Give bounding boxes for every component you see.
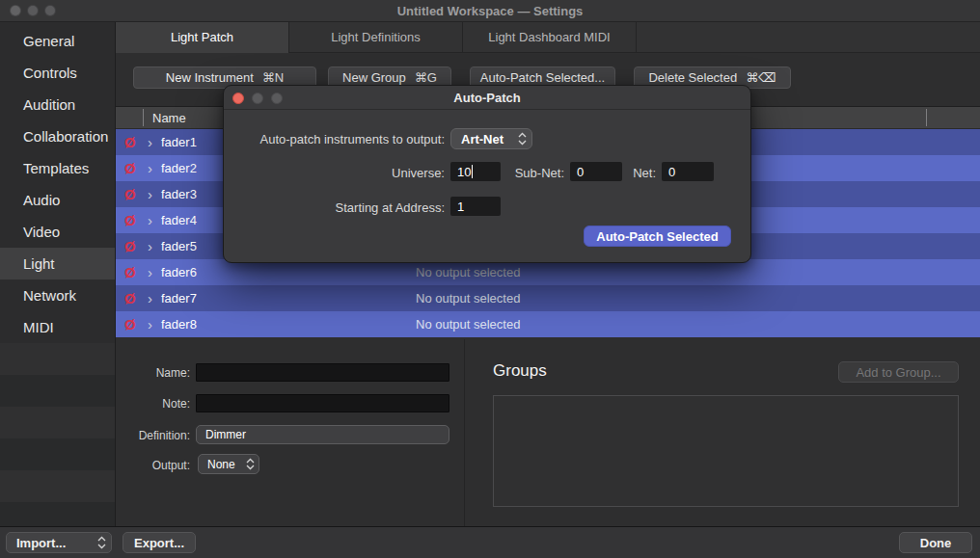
instrument-output: No output selected xyxy=(416,259,520,285)
new-instrument-label: New Instrument xyxy=(166,70,254,85)
definition-combobox[interactable]: Dimmer xyxy=(196,425,449,444)
sidebar-item-video[interactable]: Video xyxy=(0,216,115,248)
export-button[interactable]: Export... xyxy=(122,532,196,553)
output-popup[interactable]: None xyxy=(198,454,259,474)
sidebar-item-templates[interactable]: Templates xyxy=(0,152,115,184)
disclosure-chevron-icon[interactable]: › xyxy=(148,259,152,285)
stepper-icon xyxy=(97,536,106,549)
delete-selected-shortcut: ⌘⌫ xyxy=(746,70,776,85)
starting-address-label: Starting at Address: xyxy=(282,200,445,215)
sidebar-empty-row xyxy=(0,375,115,407)
instrument-name: fader2 xyxy=(161,155,197,181)
no-output-icon: Ø xyxy=(124,181,136,207)
sidebar-item-midi[interactable]: MIDI xyxy=(0,311,115,343)
column-divider xyxy=(143,109,144,126)
no-output-icon: Ø xyxy=(124,311,136,337)
import-popup-button[interactable]: Import... xyxy=(6,532,112,553)
sidebar-empty-row xyxy=(0,470,115,502)
sidebar-item-collaboration[interactable]: Collaboration xyxy=(0,120,115,152)
subnet-label: Sub-Net: xyxy=(484,166,564,180)
sidebar-item-general[interactable]: General xyxy=(0,25,115,57)
tab-light-patch[interactable]: Light Patch xyxy=(116,22,289,53)
dialog-title-bar: Auto-Patch xyxy=(224,86,750,110)
settings-sidebar: General Controls Audition Collaboration … xyxy=(0,22,116,526)
disclosure-chevron-icon[interactable]: › xyxy=(148,129,152,155)
delete-selected-label: Delete Selected xyxy=(648,70,737,85)
no-output-icon: Ø xyxy=(124,129,136,155)
universe-label: Universe: xyxy=(320,166,445,180)
note-field[interactable] xyxy=(196,394,449,412)
instrument-name: fader4 xyxy=(161,207,197,233)
name-column-header[interactable]: Name xyxy=(152,107,186,130)
instrument-output: No output selected xyxy=(416,311,520,337)
tab-light-definitions[interactable]: Light Definitions xyxy=(289,22,463,53)
dialog-title: Auto-Patch xyxy=(224,86,750,110)
patch-output-popup[interactable]: Art-Net xyxy=(450,128,532,149)
name-field-label: Name: xyxy=(125,366,190,380)
stepper-icon xyxy=(246,458,255,470)
groups-list[interactable] xyxy=(493,395,959,507)
sidebar-item-audio[interactable]: Audio xyxy=(0,184,115,216)
add-to-group-button[interactable]: Add to Group... xyxy=(838,361,959,383)
instrument-name: fader8 xyxy=(161,311,197,337)
sidebar-empty-row xyxy=(0,343,115,375)
new-instrument-shortcut: ⌘N xyxy=(262,70,284,85)
instrument-row[interactable]: Ø › fader7 No output selected xyxy=(116,285,980,311)
disclosure-chevron-icon[interactable]: › xyxy=(148,155,152,181)
light-settings-tabbar: Light Patch Light Definitions Light Dash… xyxy=(116,22,980,53)
tab-light-dashboard-midi[interactable]: Light Dashboard MIDI xyxy=(463,22,637,53)
auto-patch-dialog: Auto-Patch Auto-patch instruments to out… xyxy=(223,85,751,263)
no-output-icon: Ø xyxy=(124,207,136,233)
instrument-row[interactable]: Ø › fader6 No output selected xyxy=(116,259,980,285)
no-output-icon: Ø xyxy=(124,285,136,311)
name-field[interactable] xyxy=(196,363,449,382)
starting-address-field[interactable] xyxy=(450,197,501,216)
new-group-label: New Group xyxy=(342,70,406,85)
patch-output-value: Art-Net xyxy=(461,132,504,146)
no-output-icon: Ø xyxy=(124,233,136,259)
stepper-icon xyxy=(518,132,527,146)
disclosure-chevron-icon[interactable]: › xyxy=(148,181,152,207)
definition-field-label: Definition: xyxy=(120,429,190,442)
instrument-name: fader1 xyxy=(161,129,197,155)
done-button[interactable]: Done xyxy=(899,532,972,553)
bottom-bar: Import... Export... Done xyxy=(0,526,980,558)
sidebar-item-network[interactable]: Network xyxy=(0,279,115,311)
instrument-name: fader3 xyxy=(161,181,197,207)
instrument-name: fader7 xyxy=(161,285,197,311)
instrument-name: fader6 xyxy=(161,259,197,285)
disclosure-chevron-icon[interactable]: › xyxy=(148,207,152,233)
output-value: None xyxy=(207,458,235,471)
net-field[interactable] xyxy=(662,162,714,181)
window-title: Untitled Workspace — Settings xyxy=(0,0,980,22)
sidebar-empty-row xyxy=(0,438,115,470)
disclosure-chevron-icon[interactable]: › xyxy=(148,233,152,259)
net-label: Net: xyxy=(590,166,656,180)
settings-window: Untitled Workspace — Settings General Co… xyxy=(0,0,980,558)
title-bar: Untitled Workspace — Settings xyxy=(0,0,980,22)
no-output-icon: Ø xyxy=(124,259,136,285)
definition-value: Dimmer xyxy=(205,428,246,441)
sidebar-item-audition[interactable]: Audition xyxy=(0,89,115,120)
note-field-label: Note: xyxy=(125,397,190,411)
sidebar-item-controls[interactable]: Controls xyxy=(0,57,115,89)
auto-patch-selected-label: Auto-Patch Selected... xyxy=(480,70,605,85)
sidebar-empty-row xyxy=(0,502,115,526)
sidebar-empty-row xyxy=(0,407,115,438)
no-output-icon: Ø xyxy=(124,155,136,181)
instrument-output: No output selected xyxy=(416,285,520,311)
instrument-row[interactable]: Ø › fader8 No output selected xyxy=(116,311,980,337)
disclosure-chevron-icon[interactable]: › xyxy=(148,285,152,311)
import-label: Import... xyxy=(16,536,66,550)
auto-patch-output-label: Auto-patch instruments to output: xyxy=(233,132,445,146)
groups-title: Groups xyxy=(493,361,547,381)
column-divider xyxy=(926,109,927,126)
panel-divider xyxy=(464,339,465,526)
auto-patch-submit-button[interactable]: Auto-Patch Selected xyxy=(584,226,731,247)
disclosure-chevron-icon[interactable]: › xyxy=(148,311,152,337)
instrument-name: fader5 xyxy=(161,233,197,259)
text-cursor xyxy=(472,165,473,178)
sidebar-item-light[interactable]: Light xyxy=(0,248,115,279)
output-field-label: Output: xyxy=(125,459,190,472)
new-group-shortcut: ⌘G xyxy=(415,70,437,85)
